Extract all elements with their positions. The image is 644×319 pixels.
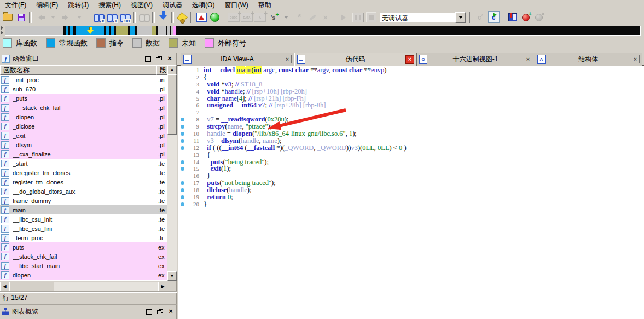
- function-row[interactable]: f__libc_start_mainex: [0, 261, 167, 270]
- add-breakpoint-icon[interactable]: +: [519, 11, 532, 24]
- scroll-up-icon[interactable]: ▲: [167, 65, 177, 74]
- search-text-icon[interactable]: T: [105, 11, 118, 24]
- problems-list-icon[interactable]: [195, 11, 208, 24]
- search-binary-icon[interactable]: 101: [118, 11, 131, 24]
- function-row[interactable]: fsub_670.pl: [0, 84, 167, 94]
- tab-close-icon[interactable]: ×: [405, 55, 414, 64]
- back-history-chevron-icon[interactable]: [47, 11, 60, 24]
- menu-item-4[interactable]: 搜索(H): [94, 0, 126, 10]
- function-row[interactable]: fframe_dummy.te: [0, 196, 167, 205]
- make-code-icon[interactable]: CODE+: [227, 11, 240, 24]
- vertical-scrollbar[interactable]: ▲ ▼: [167, 65, 177, 281]
- function-row[interactable]: f_puts.pl: [0, 94, 167, 103]
- function-row[interactable]: f_dlsym.pl: [0, 140, 167, 149]
- breakpoint-dot[interactable]: [181, 125, 184, 129]
- function-row[interactable]: f__libc_csu_fini.te: [0, 224, 167, 233]
- breakpoint-dot[interactable]: [181, 181, 184, 185]
- search-again-icon[interactable]: [137, 11, 150, 24]
- menu-item-6[interactable]: 调试器: [158, 0, 187, 10]
- horizontal-scrollbar-thumb[interactable]: [9, 282, 54, 291]
- function-row[interactable]: f_dlclose.pl: [0, 121, 167, 131]
- breakpoint-dot[interactable]: [181, 195, 184, 199]
- make-name-icon[interactable]: A+: [253, 11, 266, 24]
- function-row[interactable]: f_start.te: [0, 159, 167, 168]
- code-line[interactable]: 1int __cdecl main(int argc, const char *…: [178, 67, 644, 74]
- database-status-icon[interactable]: [208, 11, 221, 24]
- tab-十六进制视图-1[interactable]: O十六进制视图-1×: [417, 53, 535, 66]
- menu-item-8[interactable]: 窗口(W): [219, 0, 253, 10]
- breakpoint-dot[interactable]: [181, 160, 184, 164]
- close-button[interactable]: ×: [165, 55, 174, 62]
- make-data-icon[interactable]: DATA+: [240, 11, 253, 24]
- function-row[interactable]: f__do_global_dtors_aux.te: [0, 187, 167, 196]
- highlight-lock-icon[interactable]: [176, 11, 189, 24]
- menu-item-2[interactable]: 编辑(E): [31, 0, 63, 10]
- navigate-forward-icon[interactable]: [60, 11, 73, 24]
- function-row[interactable]: f___stack_chk_fail.pl: [0, 103, 167, 112]
- code-line[interactable]: 20}: [178, 201, 644, 208]
- navigation-band[interactable]: [5, 26, 641, 36]
- open-file-icon[interactable]: [1, 11, 14, 24]
- debugger-continue-icon[interactable]: [338, 11, 351, 24]
- float-button[interactable]: [155, 308, 164, 315]
- function-row[interactable]: f_init_proc.in: [0, 75, 167, 84]
- jump-to-address-icon[interactable]: [156, 11, 170, 24]
- close-button[interactable]: ×: [166, 308, 175, 315]
- scroll-right-icon[interactable]: ▶: [158, 282, 167, 291]
- function-row[interactable]: fregister_tm_clones.te: [0, 177, 167, 187]
- tab-close-icon[interactable]: ×: [283, 55, 292, 63]
- tab-IDA View-A[interactable]: IDA View-A×: [181, 53, 294, 66]
- breakpoint-dot[interactable]: [181, 188, 184, 192]
- column-header-name[interactable]: 函数名称: [0, 65, 156, 75]
- function-row[interactable]: fputsex: [0, 242, 167, 252]
- undefine-icon[interactable]: ×: [319, 11, 332, 24]
- debugger-pause-icon[interactable]: [351, 11, 364, 24]
- breakpoint-list-icon[interactable]: [506, 11, 519, 24]
- code-line[interactable]: 19 return 0;: [178, 194, 644, 201]
- float-button[interactable]: [154, 55, 163, 62]
- run-script-icon[interactable]: c: [487, 11, 500, 24]
- function-row[interactable]: f_dlopen.pl: [0, 112, 167, 121]
- pseudocode-view[interactable]: 1int __cdecl main(int argc, const char *…: [178, 66, 644, 319]
- debugger-selector[interactable]: 无调试器: [380, 12, 466, 23]
- function-row[interactable]: f_exit.pl: [0, 131, 167, 140]
- tab-伪代码[interactable]: 伪代码×: [294, 53, 417, 66]
- breakpoint-dot[interactable]: [181, 202, 184, 206]
- navigate-back-icon[interactable]: [33, 11, 47, 24]
- maximize-button[interactable]: [144, 308, 153, 315]
- function-row[interactable]: fdlopenex: [0, 270, 167, 280]
- menu-item-7[interactable]: 选项(O): [187, 0, 219, 10]
- tab-close-icon[interactable]: ×: [524, 55, 532, 63]
- code-line[interactable]: 12 if ( ((__int64 (__fastcall *)(_QWORD,…: [178, 144, 644, 152]
- menu-item-3[interactable]: 跳转(J): [63, 0, 94, 10]
- breakpoint-dot[interactable]: [181, 146, 184, 150]
- vertical-scrollbar-thumb[interactable]: [167, 74, 177, 135]
- code-line[interactable]: 18 dlclose(handle);: [178, 187, 644, 194]
- edit-function-icon[interactable]: [306, 11, 319, 24]
- function-row[interactable]: fderegister_tm_clones.te: [0, 168, 167, 177]
- make-array-icon[interactable]: *: [293, 11, 306, 24]
- compile-file-icon[interactable]: c*: [474, 11, 487, 24]
- breakpoint-dot[interactable]: [181, 132, 184, 136]
- function-row[interactable]: f__stack_chk_failex: [0, 252, 167, 261]
- tab-close-icon[interactable]: ×: [631, 55, 640, 63]
- save-file-icon[interactable]: [14, 11, 27, 24]
- menu-item-9[interactable]: 帮助: [253, 0, 276, 10]
- function-row[interactable]: f__libc_csu_init.te: [0, 214, 167, 224]
- tab-结构体[interactable]: A结构体×: [535, 53, 642, 66]
- scroll-left-icon[interactable]: ◀: [0, 282, 9, 291]
- search-immediate-icon[interactable]: #: [92, 11, 105, 24]
- make-string-icon[interactable]: 's+: [266, 11, 280, 24]
- menu-item-5[interactable]: 视图(V): [126, 0, 158, 10]
- debugger-selector-value[interactable]: 无调试器: [380, 13, 455, 22]
- debugger-dropdown-icon[interactable]: [455, 12, 466, 23]
- breakpoint-dot[interactable]: [181, 139, 184, 143]
- function-row[interactable]: fmain.te: [0, 205, 167, 214]
- string-type-chevron-icon[interactable]: [280, 11, 293, 24]
- maximize-button[interactable]: [143, 55, 152, 62]
- column-header-segment[interactable]: 段: [156, 65, 167, 75]
- forward-history-chevron-icon[interactable]: [73, 11, 86, 24]
- function-row[interactable]: f__cxa_finalize.pl: [0, 149, 167, 159]
- breakpoint-dot[interactable]: [181, 167, 184, 171]
- horizontal-scrollbar[interactable]: ◀ ▶: [0, 282, 167, 291]
